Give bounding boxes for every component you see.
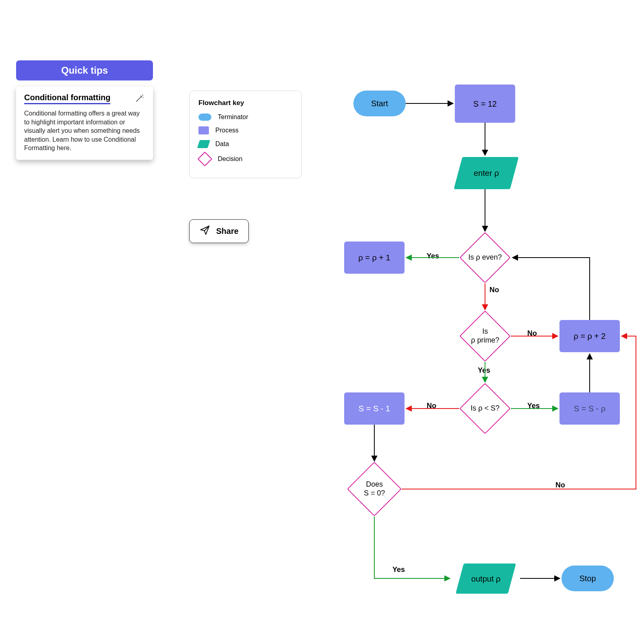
node-does-s-equal-0[interactable]: Does S = 0? (347, 462, 402, 516)
legend-label: Terminator (218, 114, 248, 121)
share-button-label: Share (216, 227, 239, 236)
edge-label-yes: Yes (527, 402, 540, 410)
node-label: Does S = 0? (356, 480, 393, 497)
edge-label-no: No (427, 402, 436, 410)
legend-row-process: Process (198, 126, 293, 134)
node-enter-rho[interactable]: enter ρ (454, 157, 518, 189)
node-s-minus-1[interactable]: S = S - 1 (344, 392, 405, 425)
legend-label: Process (215, 127, 239, 134)
node-label: Is ρ prime? (468, 327, 502, 345)
quick-tips-header-label: Quick tips (61, 65, 108, 76)
node-output-rho[interactable]: output ρ (456, 564, 516, 594)
node-s-minus-rho[interactable]: S = S - ρ (559, 392, 620, 425)
diagram-canvas: Quick tips Conditional formatting Condit… (0, 0, 644, 644)
node-label: S = S - 1 (359, 404, 390, 413)
node-rho-plus-2[interactable]: ρ = ρ + 2 (559, 320, 620, 352)
edge-label-yes: Yes (427, 252, 439, 260)
paper-plane-icon (199, 225, 211, 238)
quick-tips-card: Conditional formatting Conditional forma… (16, 87, 153, 160)
edge-label-no: No (489, 286, 499, 294)
node-is-rho-prime[interactable]: Is ρ prime? (459, 310, 510, 361)
node-label: Stop (579, 574, 596, 583)
node-label: Start (371, 99, 388, 108)
node-label: ρ = ρ + 2 (574, 331, 605, 341)
quick-tips-body: Conditional formatting offers a great wa… (24, 109, 145, 153)
node-label: S = 12 (473, 99, 497, 109)
edge-label-no: No (527, 329, 537, 338)
legend-row-data: Data (198, 140, 293, 148)
edge-label-no: No (555, 481, 565, 489)
edge-label-yes: Yes (478, 366, 490, 375)
decision-icon (198, 152, 213, 167)
node-stop[interactable]: Stop (561, 566, 614, 591)
node-start[interactable]: Start (353, 91, 406, 116)
node-is-rho-even[interactable]: Is ρ even? (459, 232, 510, 283)
node-s-equals-12[interactable]: S = 12 (455, 85, 515, 123)
node-label: ρ = ρ + 1 (358, 253, 390, 262)
process-icon (198, 126, 209, 134)
legend-label: Data (215, 140, 229, 148)
node-label: S = S - ρ (574, 404, 606, 413)
data-icon (197, 140, 210, 148)
node-label: enter ρ (474, 168, 499, 178)
node-label: Is ρ even? (468, 253, 502, 262)
edge-label-yes: Yes (392, 566, 405, 574)
terminator-icon (198, 114, 211, 121)
node-label: Is ρ < S? (468, 404, 502, 413)
flowchart-key-panel: Flowchart key Terminator Process Data De… (189, 91, 302, 178)
node-is-rho-lt-s[interactable]: Is ρ < S? (459, 383, 510, 434)
quick-tips-header: Quick tips (16, 60, 153, 80)
quick-tips-title[interactable]: Conditional formatting (24, 93, 110, 104)
node-label: output ρ (471, 574, 501, 584)
share-button[interactable]: Share (189, 219, 249, 243)
legend-row-terminator: Terminator (198, 114, 293, 121)
magic-wand-icon (134, 93, 145, 105)
flowchart-key-title: Flowchart key (198, 99, 293, 107)
legend-label: Decision (218, 155, 242, 163)
legend-row-decision: Decision (198, 154, 293, 164)
node-rho-plus-1[interactable]: ρ = ρ + 1 (344, 242, 405, 274)
